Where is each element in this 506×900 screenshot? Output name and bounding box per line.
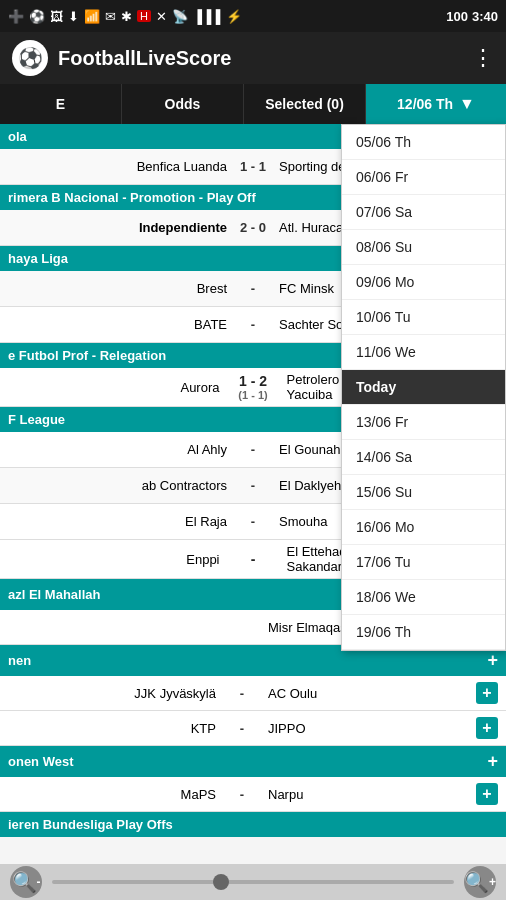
- score-sub: (1 - 1): [226, 389, 281, 401]
- team-home: KTP: [8, 721, 222, 736]
- download-icon: ⬇: [68, 9, 79, 24]
- league-name-onen: onen West: [8, 754, 74, 769]
- table-row: JJK Jyväskylä - AC Oulu +: [0, 676, 506, 711]
- app-title: FootballLiveScore: [58, 47, 231, 70]
- zoom-thumb[interactable]: [213, 874, 229, 890]
- dropdown-item[interactable]: 05/06 Th: [342, 125, 505, 160]
- team-home: Independiente: [8, 220, 233, 235]
- team-home: Benfica Luanda: [8, 159, 233, 174]
- zoom-in-icon: 🔍: [464, 870, 489, 894]
- league-name-futbol: e Futbol Prof - Relegation: [8, 348, 166, 363]
- dropdown-item[interactable]: 09/06 Mo: [342, 265, 505, 300]
- date-dropdown: 05/06 Th 06/06 Fr 07/06 Sa 08/06 Su 09/0…: [341, 124, 506, 651]
- zoom-track[interactable]: [52, 880, 454, 884]
- header-menu-button[interactable]: ⋮: [472, 45, 494, 71]
- team-home: Brest: [8, 281, 233, 296]
- match-score: -: [233, 442, 273, 457]
- signal-bars: ▐▐▐: [193, 9, 221, 24]
- match-score: -: [233, 478, 273, 493]
- team-home: Aurora: [8, 380, 226, 395]
- status-right: 100 3:40: [446, 9, 498, 24]
- team-home: Al Ahly: [8, 442, 233, 457]
- team-home: MaPS: [8, 787, 222, 802]
- dropdown-item[interactable]: 14/06 Sa: [342, 440, 505, 475]
- zoom-in-button[interactable]: 🔍 +: [464, 866, 496, 898]
- battery-icon: ⚡: [226, 9, 242, 24]
- app-header: ⚽ FootballLiveScore ⋮: [0, 32, 506, 84]
- league-name-bundesliga: ieren Bundesliga Play Offs: [8, 817, 173, 832]
- dropdown-item[interactable]: 07/06 Sa: [342, 195, 505, 230]
- dropdown-item-today[interactable]: Today: [342, 370, 505, 405]
- signal-icon: 📶: [84, 9, 100, 24]
- x-icon: ✕: [156, 9, 167, 24]
- status-icons-left: ➕ ⚽ 🖼 ⬇ 📶 ✉ ✱ H ✕ 📡 ▐▐▐ ⚡: [8, 9, 242, 24]
- league-name-fleague: F League: [8, 412, 65, 427]
- match-score: 1 - 1: [233, 159, 273, 174]
- team-home: BATE: [8, 317, 233, 332]
- league-name-haya: haya Liga: [8, 251, 68, 266]
- add-match-button[interactable]: +: [476, 783, 498, 805]
- date-label: 12/06 Th: [397, 96, 453, 112]
- match-score: -: [226, 551, 281, 567]
- dropdown-item[interactable]: 10/06 Tu: [342, 300, 505, 335]
- match-score: -: [233, 317, 273, 332]
- table-row: MaPS - Narpu +: [0, 777, 506, 812]
- tab-e[interactable]: E: [0, 84, 122, 124]
- match-score: -: [222, 787, 262, 802]
- league-name-primera: rimera B Nacional - Promotion - Play Off: [8, 190, 256, 205]
- app-header-left: ⚽ FootballLiveScore: [12, 40, 231, 76]
- app-icon-1: ⚽: [29, 9, 45, 24]
- zoom-out-button[interactable]: 🔍 -: [10, 866, 42, 898]
- match-score: -: [222, 721, 262, 736]
- team-home: El Raja: [8, 514, 233, 529]
- dropdown-item[interactable]: 16/06 Mo: [342, 510, 505, 545]
- dropdown-item[interactable]: 11/06 We: [342, 335, 505, 370]
- team-home: Enppi: [8, 552, 226, 567]
- zoom-bar: 🔍 - 🔍 +: [0, 864, 506, 900]
- app-logo: ⚽: [12, 40, 48, 76]
- plus-icon-zoom: +: [489, 875, 496, 889]
- match-score: 1 - 2 (1 - 1): [226, 373, 281, 401]
- league-header-bundesliga: ieren Bundesliga Play Offs: [0, 812, 506, 837]
- dropdown-item[interactable]: 15/06 Su: [342, 475, 505, 510]
- league-plus-button-nen[interactable]: +: [487, 650, 498, 671]
- team-away: Narpu: [262, 787, 476, 802]
- league-name-nen: nen: [8, 653, 31, 668]
- team-home: JJK Jyväskylä: [8, 686, 222, 701]
- add-match-button[interactable]: +: [476, 717, 498, 739]
- league-header-onen: onen West +: [0, 746, 506, 777]
- status-bar: ➕ ⚽ 🖼 ⬇ 📶 ✉ ✱ H ✕ 📡 ▐▐▐ ⚡ 100 3:40: [0, 0, 506, 32]
- asterisk-icon: ✱: [121, 9, 132, 24]
- h-icon: H: [137, 10, 151, 22]
- dropdown-item[interactable]: 17/06 Tu: [342, 545, 505, 580]
- add-match-button[interactable]: +: [476, 682, 498, 704]
- table-row: KTP - JIPPO +: [0, 711, 506, 746]
- time-display: 3:40: [472, 9, 498, 24]
- score-main: -: [226, 551, 281, 567]
- match-score: -: [233, 281, 273, 296]
- team-home: ab Contractors: [8, 478, 233, 493]
- league-plus-button-onen[interactable]: +: [487, 751, 498, 772]
- tab-odds[interactable]: Odds: [122, 84, 244, 124]
- main-content: ola Benfica Luanda 1 - 1 Sporting de C r…: [0, 124, 506, 900]
- wifi-icon: 📡: [172, 9, 188, 24]
- dropdown-arrow-icon: ▼: [459, 95, 475, 113]
- team-away: AC Oulu: [262, 686, 476, 701]
- dropdown-item[interactable]: 06/06 Fr: [342, 160, 505, 195]
- dropdown-item[interactable]: 08/06 Su: [342, 230, 505, 265]
- add-icon: ➕: [8, 9, 24, 24]
- match-score: -: [233, 514, 273, 529]
- dropdown-item[interactable]: 13/06 Fr: [342, 405, 505, 440]
- tab-selected[interactable]: Selected (0): [244, 84, 366, 124]
- tabs-row: E Odds Selected (0) 12/06 Th ▼: [0, 84, 506, 124]
- team-away: JIPPO: [262, 721, 476, 736]
- image-icon: 🖼: [50, 9, 63, 24]
- tab-date[interactable]: 12/06 Th ▼: [366, 84, 506, 124]
- dropdown-item[interactable]: 18/06 We: [342, 580, 505, 615]
- league-name-ola: ola: [8, 129, 27, 144]
- mail-icon: ✉: [105, 9, 116, 24]
- score-main: 1 - 2: [226, 373, 281, 389]
- dropdown-item[interactable]: 19/06 Th: [342, 615, 505, 650]
- zoom-out-icon: 🔍: [12, 870, 37, 894]
- battery-level: 100: [446, 9, 468, 24]
